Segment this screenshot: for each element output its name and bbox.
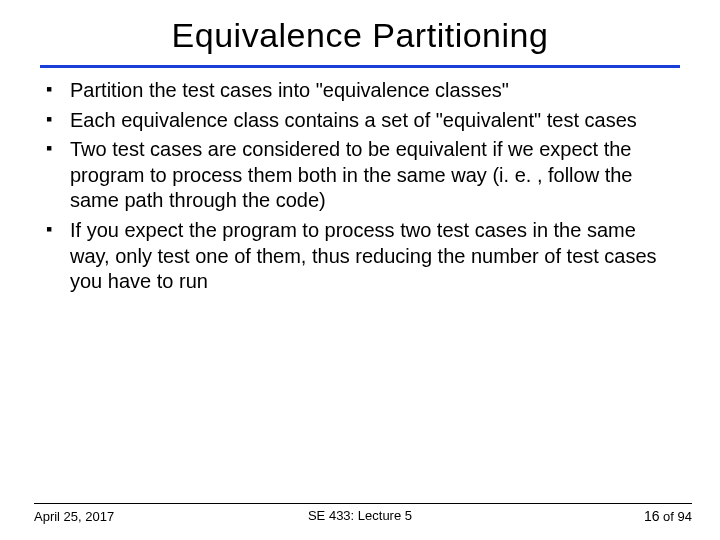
slide-body: Partition the test cases into "equivalen…: [40, 78, 680, 295]
list-item: Each equivalence class contains a set of…: [40, 108, 680, 134]
list-item: If you expect the program to process two…: [40, 218, 680, 295]
footer-row: April 25, 2017 SE 433: Lecture 5 16 of 9…: [34, 508, 692, 524]
list-item: Partition the test cases into "equivalen…: [40, 78, 680, 104]
bullet-list: Partition the test cases into "equivalen…: [40, 78, 680, 295]
slide-title: Equivalence Partitioning: [40, 10, 680, 65]
title-divider: [40, 65, 680, 68]
footer-course: SE 433: Lecture 5: [0, 508, 720, 523]
list-item: Two test cases are considered to be equi…: [40, 137, 680, 214]
slide: Equivalence Partitioning Partition the t…: [0, 0, 720, 540]
slide-footer: April 25, 2017 SE 433: Lecture 5 16 of 9…: [0, 503, 720, 524]
footer-divider: [34, 503, 692, 504]
